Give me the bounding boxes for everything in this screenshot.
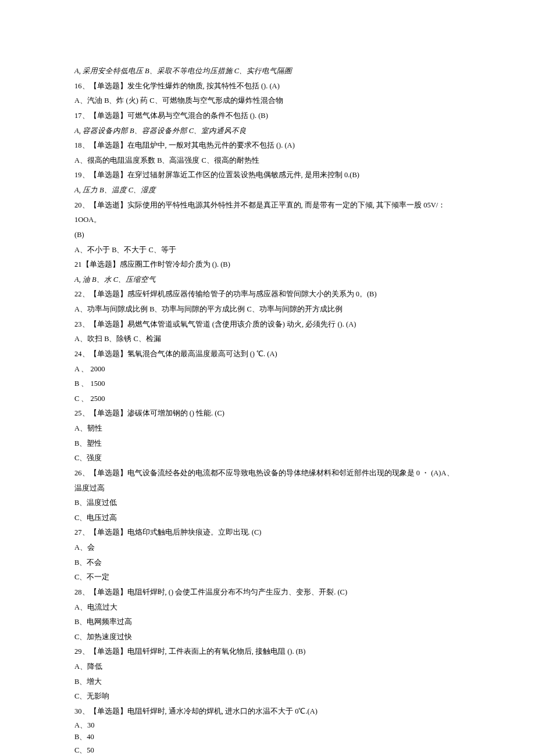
text-line: A 、 2000 (74, 362, 461, 377)
text-line: B、不会 (74, 556, 461, 571)
text-line: C、不一定 (74, 570, 461, 585)
text-line: C、电压过高 (74, 511, 461, 526)
text-line: 25、【单选题】渗碳体可增加钢的 () 性能. (C) (74, 406, 461, 421)
text-line: 20、【单选逝】实际使用的平特性电源其外特性并不都是真正平直的, 而是带有一定的… (74, 198, 461, 228)
text-line: 26、【单选题】电气设备流经各处的电流都不应导致电热设备的导体绝缘材料和邻近部件… (74, 466, 461, 496)
text-line: A、功率与间隙成比例 B、功率与间隙的平方成比例 C、功率与间隙的开方成比例 (74, 302, 461, 317)
text-line: 22、【单选题】感应钎焊机感应器传输给管子的功率与感应器和管间隙大小的关系为 0… (74, 287, 461, 302)
text-line: 23、【单选题】易燃气体管道或氧气管道 (含使用该介质的设备) 动火, 必须先行… (74, 317, 461, 332)
text-line: A、30 (74, 719, 461, 732)
text-line: A、会 (74, 540, 461, 556)
text-line: B、温度过低 (74, 496, 461, 511)
text-line: 21【单选题】感应圈工作时管冷却介质为 (). (B) (74, 257, 461, 273)
text-line: A、不小于 B、不大于 C、等于 (74, 243, 461, 258)
text-line: 19、【单选题】在穿过辐射屏靠近工作区的位置装设热电偶敏感元件, 是用来控制 0… (74, 168, 461, 183)
text-line: A, 油 B、水 C、压缩空气 (74, 273, 461, 288)
text-line: A、降低 (74, 660, 461, 675)
text-line: C、50 (74, 743, 461, 756)
text-line: 30、【单选题】电阻钎焊时, 通水冷却的焊机, 进水口的水温不大于 0℃.(A) (74, 704, 461, 719)
text-line: A、韧性 (74, 421, 461, 436)
text-line: B、40 (74, 731, 461, 743)
text-line: 16、【单选题】发生化学性爆炸的物质, 按其特性不包括 (). (A) (74, 79, 461, 94)
text-line: A, 容器设备内部 B、容器设备外部 C、室内通风不良 (74, 124, 461, 139)
text-line: C 、 2500 (74, 392, 461, 407)
text-line: A、汽油 B、炸 (火) 药 C、可燃物质与空气形成的爆炸性混合物 (74, 94, 461, 109)
text-line: 29、【单选题】电阻钎焊时, 工件表面上的有氧化物后, 接触电阻 (). (B) (74, 644, 461, 660)
text-line: 18、【单选题】在电阻炉中, 一般对其电热元件的要求不包括 (). (A) (74, 138, 461, 153)
text-line: B、塑性 (74, 436, 461, 452)
text-line: A、电流过大 (74, 600, 461, 615)
text-line: A、吹扫 B、除锈 C、检漏 (74, 332, 461, 347)
text-line: 17、【单选题】可燃气体易与空气混合的条件不包括 (). (B) (74, 109, 461, 124)
text-line: B、电网频率过高 (74, 615, 461, 630)
text-line: C、无影响 (74, 689, 461, 704)
text-line: 27、【单选题】电烙印式触电后肿块痕迹。立即出现. (C) (74, 525, 461, 540)
text-line: B 、 1500 (74, 377, 461, 392)
text-line: A、很高的电阻温度系数 B、高温强度 C、很高的耐热性 (74, 153, 461, 169)
text-line: (B) (74, 228, 461, 243)
text-line: C、加热速度过快 (74, 630, 461, 645)
text-line: A, 采用安全特低电压 B、采取不等电位均压措施 C、实行电气隔圏 (74, 64, 461, 79)
text-line: 24、【单选题】氢氧混合气体的最高温度最高可达到 () ℃. (A) (74, 347, 461, 362)
text-line: 28、【单选题】电阻钎焊时, () 会使工件温度分布不均匀产生应力、变形、开裂.… (74, 585, 461, 600)
text-line: C、强度 (74, 451, 461, 466)
text-line: B、增大 (74, 675, 461, 690)
text-line: A, 压力 B、温度 C、湿度 (74, 183, 461, 198)
